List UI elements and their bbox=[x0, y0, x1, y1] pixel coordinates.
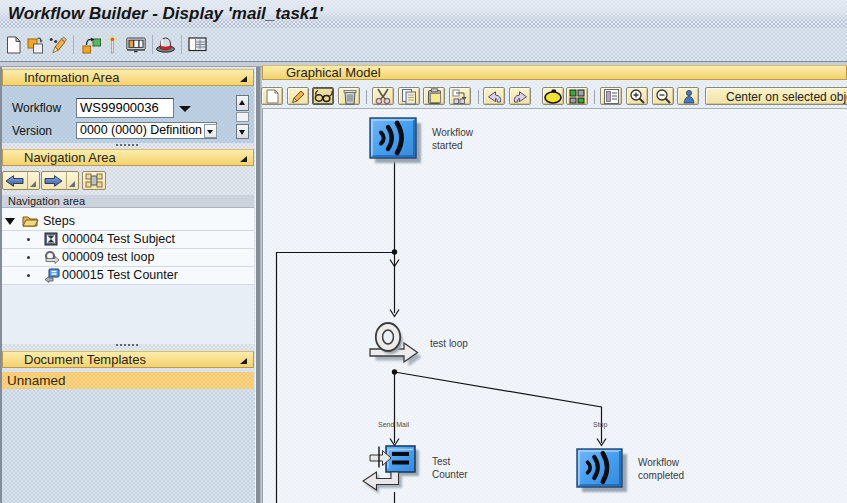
svg-text:Counter: Counter bbox=[432, 469, 468, 480]
svg-text:Send Mail: Send Mail bbox=[378, 421, 410, 428]
svg-text:completed: completed bbox=[638, 470, 684, 481]
svg-text:Stop: Stop bbox=[593, 421, 608, 429]
svg-text:Workflow: Workflow bbox=[432, 127, 474, 138]
svg-text:started: started bbox=[432, 140, 463, 151]
svg-text:test loop: test loop bbox=[430, 338, 468, 349]
svg-text:Test: Test bbox=[432, 456, 451, 467]
svg-text:Workflow: Workflow bbox=[638, 457, 680, 468]
